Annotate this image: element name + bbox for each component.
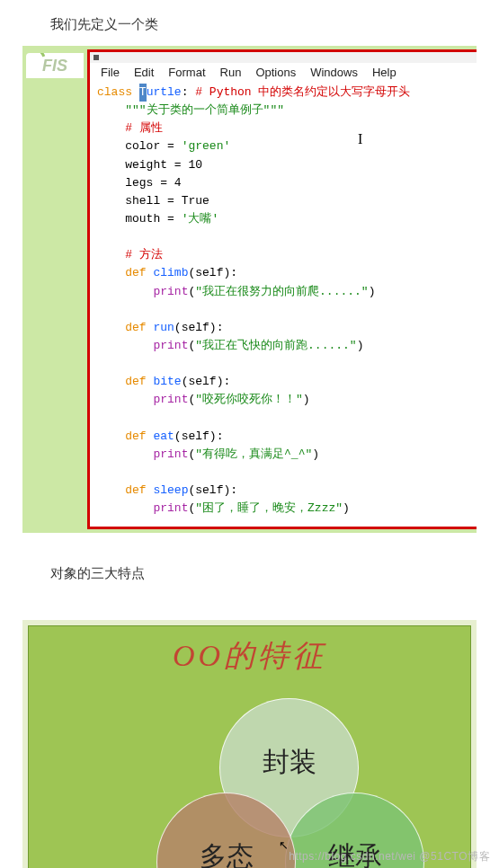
code-number: 10 [188,158,202,172]
code-token: (self): [182,375,231,388]
code-token: ) [357,339,364,352]
code-comment: # 属性 [125,121,163,135]
code-string: 'green' [182,139,231,153]
oo-slide: OO的特征 封装 继承 多态 ↖ [28,625,471,868]
code-token: def [125,321,153,334]
code-selection: T [139,84,147,102]
oo-slide-title: OO的特征 [29,635,470,677]
code-string: '大嘴' [182,212,219,226]
code-token: (self): [188,266,237,279]
code-token: def [125,430,153,443]
menu-help[interactable]: Help [365,65,404,80]
code-builtin: print [153,447,188,461]
code-token: weight = [125,158,188,172]
menu-file[interactable]: File [94,65,127,80]
code-docstring: """关于类的一个简单例子""" [125,103,284,117]
text-caret-icon: I [358,128,362,151]
code-token: : [182,85,196,99]
code-token: ) [343,501,350,515]
code-token: True [182,194,209,208]
code-token: urtle [147,85,182,99]
code-token: (self): [174,321,224,334]
menu-edit[interactable]: Edit [127,65,161,80]
window-titlebar [90,52,477,63]
code-editor-body[interactable]: Iclass Turtle: # Python 中的类名约定以大写字母开头 ""… [90,82,477,527]
code-token: def [125,375,153,388]
code-string: "困了，睡了，晚安，Zzzz" [195,501,343,515]
code-func: run [153,321,174,334]
code-builtin: print [153,285,188,298]
code-func: eat [153,430,174,443]
code-token: shell = [125,194,181,208]
code-string: "我正在飞快的向前跑......" [195,339,356,352]
code-screenshot: FIS File Edit Format Run Options Windows… [22,46,477,533]
code-string: "咬死你咬死你！！" [195,393,303,406]
code-token: class [97,85,139,99]
code-builtin: print [153,501,188,515]
code-func: bite [153,375,181,388]
code-comment: # Python 中的类名约定以大写字母开头 [195,85,410,99]
code-token: ) [369,285,376,298]
code-token: (self): [188,483,237,497]
code-token: ) [303,393,310,406]
menu-run[interactable]: Run [213,65,249,80]
code-builtin: print [153,393,188,406]
idle-editor-window: File Edit Format Run Options Windows Hel… [87,49,477,529]
code-token: def [125,266,153,279]
code-builtin: print [153,339,188,352]
code-func: sleep [153,483,188,497]
code-token: mouth = [125,212,181,226]
menu-windows[interactable]: Windows [303,65,365,80]
code-token: (self): [174,430,224,443]
page-watermark: https://blog.csdn.net/wei @51CTO博客 [289,849,490,864]
background-logo: FIS [26,53,84,78]
oo-diagram-screenshot: OO的特征 封装 继承 多态 ↖ [22,620,477,868]
code-number: 4 [174,176,182,190]
venn-label: 多态 [200,838,254,868]
code-string: "有得吃，真满足^_^" [195,447,312,461]
venn-label: 封装 [263,744,316,781]
desktop-background: FIS File Edit Format Run Options Windows… [22,46,477,533]
menu-format[interactable]: Format [161,65,212,80]
code-string: "我正在很努力的向前爬......" [195,285,368,298]
venn-diagram: 封装 继承 多态 ↖ [146,698,415,868]
menu-options[interactable]: Options [248,65,303,80]
editor-menubar[interactable]: File Edit Format Run Options Windows Hel… [90,63,477,82]
code-func: climb [153,266,188,279]
section-heading-oo-features: 对象的三大特点 [0,533,499,595]
code-token: legs = [125,176,174,190]
mouse-cursor-icon: ↖ [279,838,289,852]
code-token: def [125,483,153,497]
code-comment: # 方法 [125,248,163,261]
section-heading-define-class: 我们先定义一个类 [0,0,499,46]
code-token: color = [125,139,181,153]
code-token: ) [312,447,319,461]
